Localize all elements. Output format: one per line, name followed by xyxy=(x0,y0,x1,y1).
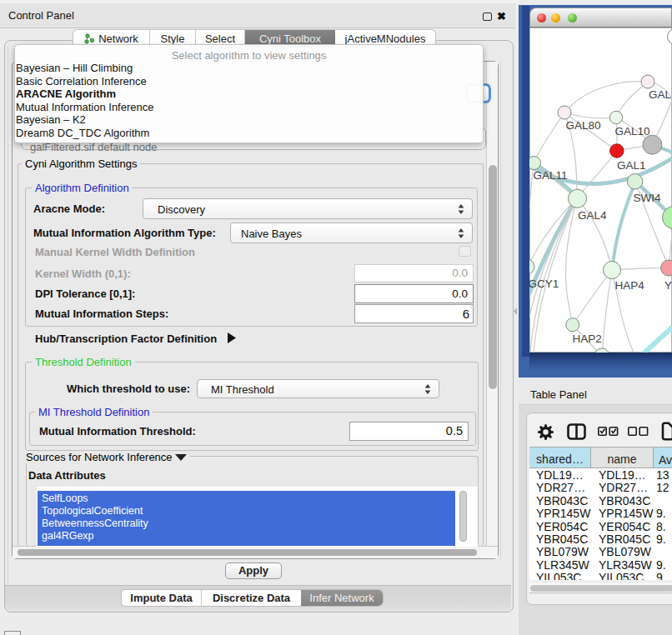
svg-text:Y: Y xyxy=(664,279,672,292)
svg-text:GAL4: GAL4 xyxy=(578,209,607,222)
svg-text:GAL80: GAL80 xyxy=(566,119,601,132)
svg-text:GAL11: GAL11 xyxy=(534,169,568,182)
svg-text:GAL: GAL xyxy=(649,88,672,101)
svg-text:GCY1: GCY1 xyxy=(529,278,559,290)
svg-text:HAP2: HAP2 xyxy=(573,332,602,345)
svg-text:SWI4: SWI4 xyxy=(634,192,661,204)
svg-text:GAL10: GAL10 xyxy=(615,125,650,138)
svg-text:HAP4: HAP4 xyxy=(615,279,645,292)
svg-text:GAL1: GAL1 xyxy=(617,159,646,172)
